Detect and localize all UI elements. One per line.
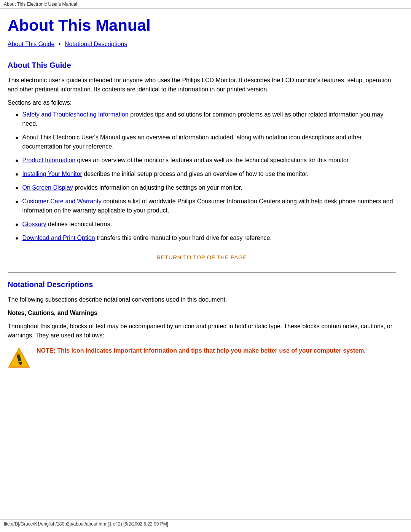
notational-heading: Notational Descriptions (8, 280, 396, 289)
about-guide-para1: This electronic user's guide is intended… (8, 76, 396, 94)
note-warning-icon (8, 346, 30, 369)
nav-separator: • (59, 41, 61, 47)
middle-divider (8, 272, 396, 273)
note-box: NOTE: This icon indicates important info… (8, 346, 396, 369)
list-item-installing: Installing Your Monitor describes the in… (15, 169, 396, 179)
list-item-glossary: Glossary defines technical terms. (15, 220, 396, 229)
notational-para1: The following subsections describe notat… (8, 295, 396, 304)
return-link-container: RETURN TO TOP OF THE PAGE (8, 254, 396, 261)
footer-path: file:///D|/Grace/K1/english/180b2p/about… (4, 521, 168, 527)
nav-link-notational[interactable]: Notational Descriptions (65, 41, 127, 47)
page-title: About This Manual (8, 16, 396, 35)
list-item-warranty: Customer Care and Warranty contains a li… (15, 197, 396, 215)
top-divider (8, 53, 396, 53)
link-safety[interactable]: Safety and Troubleshooting Information (22, 111, 128, 118)
link-installing[interactable]: Installing Your Monitor (22, 171, 82, 177)
link-product[interactable]: Product Information (22, 157, 75, 163)
link-download[interactable]: Download and Print Option (22, 235, 95, 241)
list-item-product: Product Information gives an overview of… (15, 156, 396, 165)
section-about-guide: About This Guide This electronic user's … (8, 61, 396, 261)
about-guide-heading: About This Guide (8, 61, 396, 70)
notational-para2: Throughout this guide, blocks of text ma… (8, 322, 396, 340)
list-item-osd: On Screen Display provides information o… (15, 183, 396, 192)
notes-sub-heading: Notes, Cautions, and Warnings (8, 310, 396, 316)
link-osd[interactable]: On Screen Display (22, 184, 73, 191)
link-glossary[interactable]: Glossary (22, 221, 46, 227)
main-content: About This Manual About This Guide • Not… (0, 9, 411, 392)
note-text: NOTE: This icon indicates important info… (37, 346, 366, 355)
section-notational: Notational Descriptions The following su… (8, 280, 396, 369)
list-item-safety: Safety and Troubleshooting Information p… (15, 110, 396, 128)
footer: file:///D|/Grace/K1/english/180b2p/about… (0, 519, 411, 528)
link-warranty[interactable]: Customer Care and Warranty (22, 198, 101, 204)
browser-titlebar: About This Electronic User's Manual (0, 0, 411, 9)
return-to-top-link[interactable]: RETURN TO TOP OF THE PAGE (156, 254, 247, 260)
list-item-manual: About This Electronic User's Manual give… (15, 133, 396, 151)
list-item-download: Download and Print Option transfers this… (15, 233, 396, 243)
nav-links: About This Guide • Notational Descriptio… (8, 41, 396, 48)
browser-title-text: About This Electronic User's Manual (4, 2, 77, 7)
section-list: Safety and Troubleshooting Information p… (15, 110, 396, 243)
sections-intro: Sections are as follows: (8, 99, 396, 106)
nav-link-about-guide[interactable]: About This Guide (8, 41, 54, 47)
